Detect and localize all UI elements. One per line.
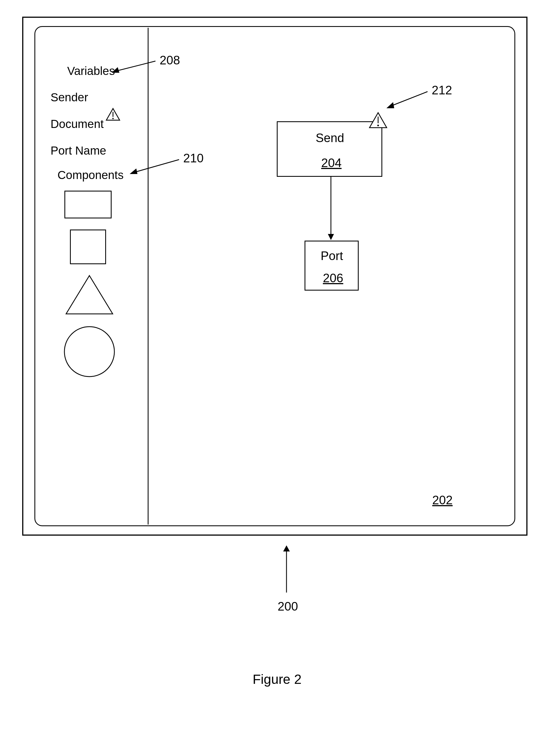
warning-icon <box>105 107 121 121</box>
callout-200: 200 <box>278 599 298 613</box>
svg-marker-15 <box>386 102 394 108</box>
port-node-ref: 206 <box>323 271 343 285</box>
send-node-label: Send <box>316 131 344 145</box>
svg-point-7 <box>377 124 379 126</box>
app-panel: Variables Sender Document Port Name Comp… <box>34 26 515 526</box>
port-node-label: Port <box>321 249 343 263</box>
svg-marker-9 <box>328 234 334 240</box>
connector-arrow <box>327 177 335 241</box>
components-header: Components <box>58 168 124 182</box>
component-square[interactable] <box>70 230 106 264</box>
warning-icon <box>369 111 388 129</box>
callout-arrow <box>129 157 182 176</box>
callout-212: 212 <box>432 83 452 97</box>
svg-marker-11 <box>111 67 120 73</box>
callout-arrow <box>111 58 158 75</box>
svg-point-4 <box>64 327 114 376</box>
svg-line-14 <box>391 92 427 106</box>
send-node-ref: 204 <box>321 156 341 170</box>
svg-line-10 <box>116 61 155 71</box>
component-circle[interactable] <box>63 325 116 378</box>
figure-page: Variables Sender Document Port Name Comp… <box>0 0 553 756</box>
variable-port-name[interactable]: Port Name <box>51 144 106 157</box>
svg-marker-13 <box>130 168 138 174</box>
svg-marker-3 <box>66 275 113 314</box>
variable-document[interactable]: Document <box>51 117 103 131</box>
svg-line-12 <box>134 160 179 172</box>
callout-arrow <box>281 545 292 595</box>
figure-caption: Figure 2 <box>253 672 302 687</box>
callout-210: 210 <box>183 151 204 165</box>
canvas-ref: 202 <box>432 493 453 507</box>
callout-arrow <box>386 89 430 111</box>
component-rectangle[interactable] <box>64 191 111 219</box>
variable-sender[interactable]: Sender <box>51 91 88 104</box>
svg-point-2 <box>112 118 114 119</box>
svg-marker-17 <box>283 545 290 552</box>
callout-208: 208 <box>160 53 180 67</box>
variables-header: Variables <box>67 64 115 78</box>
sidebar-divider <box>148 28 149 524</box>
component-triangle[interactable] <box>64 274 114 316</box>
